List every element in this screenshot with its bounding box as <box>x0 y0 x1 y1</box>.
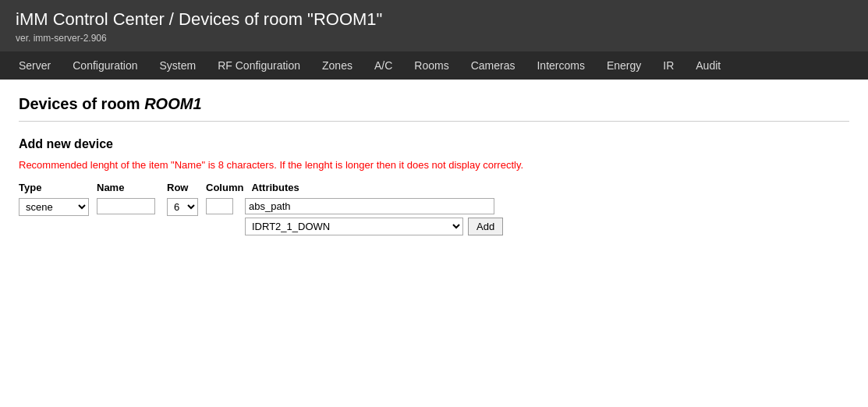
row-col-header: Row <box>167 182 198 193</box>
header-version: ver. imm-server-2.906 <box>16 33 852 44</box>
nav-item-cameras[interactable]: Cameras <box>460 51 526 80</box>
column-input[interactable] <box>206 198 233 214</box>
nav-item-zones[interactable]: Zones <box>311 51 363 80</box>
nav-item-rooms[interactable]: Rooms <box>403 51 459 80</box>
nav-item-system[interactable]: System <box>149 51 207 80</box>
column-col-header: Column <box>206 182 243 193</box>
title-divider <box>19 121 849 122</box>
warning-text: Recommended lenght of the item "Name" is… <box>19 159 849 171</box>
attributes-container: IDRT2_1_DOWNIDRT2_1_UPIDRT2_2_DOWNIDRT2_… <box>245 198 510 235</box>
main-nav: ServerConfigurationSystemRF Configuratio… <box>0 51 868 80</box>
attr-dropdown-row: IDRT2_1_DOWNIDRT2_1_UPIDRT2_2_DOWNIDRT2_… <box>245 218 510 235</box>
page-title: Devices of room ROOM1 <box>19 95 849 113</box>
form-headers: Type Name Row Column Attributes <box>19 182 849 196</box>
abs-path-input[interactable] <box>245 198 494 214</box>
attributes-col-header: Attributes <box>251 182 516 193</box>
main-content: Devices of room ROOM1 Add new device Rec… <box>0 80 868 251</box>
nav-item-audit[interactable]: Audit <box>685 51 732 80</box>
section-title: Add new device <box>19 137 849 151</box>
type-select[interactable]: scenelightdimmerblindsaccameraintercom <box>19 198 89 216</box>
nav-item-ir[interactable]: IR <box>652 51 685 80</box>
type-col-header: Type <box>19 182 89 193</box>
add-button[interactable]: Add <box>468 218 503 235</box>
nav-item-server[interactable]: Server <box>8 51 62 80</box>
page-title-prefix: Devices of room <box>19 95 144 112</box>
header-title: iMM Control Center / Devices of room "RO… <box>16 9 852 30</box>
row-select[interactable]: 12345678 <box>167 198 198 216</box>
room-name: ROOM1 <box>144 95 201 112</box>
name-input[interactable] <box>97 198 155 214</box>
name-col-header: Name <box>97 182 159 193</box>
attr-select[interactable]: IDRT2_1_DOWNIDRT2_1_UPIDRT2_2_DOWNIDRT2_… <box>245 218 463 235</box>
nav-item-intercoms[interactable]: Intercoms <box>526 51 595 80</box>
form-inputs: scenelightdimmerblindsaccameraintercom 1… <box>19 198 849 235</box>
nav-item-ac[interactable]: A/C <box>363 51 403 80</box>
nav-item-energy[interactable]: Energy <box>596 51 652 80</box>
header: iMM Control Center / Devices of room "RO… <box>0 0 868 51</box>
nav-item-configuration[interactable]: Configuration <box>62 51 148 80</box>
nav-item-rf-configuration[interactable]: RF Configuration <box>207 51 311 80</box>
